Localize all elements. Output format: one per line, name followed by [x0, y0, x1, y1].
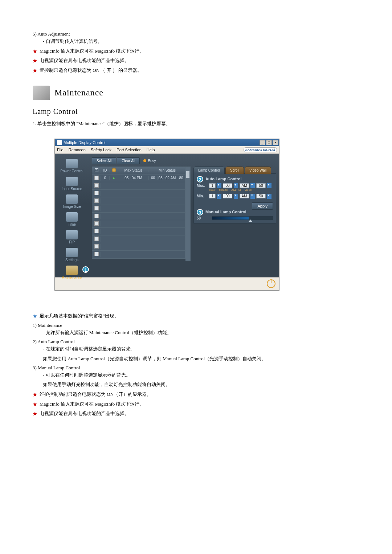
item-3-title: 3) Manual Lamp Control: [33, 365, 359, 371]
lamp-control-heading: Lamp Control: [33, 107, 359, 116]
busy-label: Busy: [148, 159, 156, 163]
close-button[interactable]: ×: [273, 140, 278, 145]
max-label: Max.: [197, 184, 208, 188]
tab-video-wall[interactable]: Video Wall: [245, 167, 271, 174]
sidebar-item-settings[interactable]: Settings: [55, 246, 89, 264]
sub-ampm: AM/PM: [231, 188, 241, 192]
item-2-desc1: - 在规定的时间自动调整选定显示器的背光。: [43, 345, 359, 353]
display-grid: ID Max Status Min Status 0: [92, 167, 185, 259]
note-text: 电视源仅能在具有电视功能的产品中选择。: [40, 57, 129, 65]
min-minute-field[interactable]: 00: [223, 194, 232, 198]
table-row[interactable]: [92, 182, 185, 190]
item-1-title: 1) Maintenance: [33, 323, 359, 328]
maintenance-section-header: Maintenance: [33, 86, 359, 100]
select-all-button[interactable]: Select All: [92, 157, 116, 164]
menu-safety-lock[interactable]: Safety Lock: [91, 148, 111, 152]
star-icon: ★: [33, 57, 37, 65]
sidebar-item-label: Maintenance: [55, 276, 89, 280]
table-row[interactable]: [92, 251, 185, 258]
dropdown-icon[interactable]: [217, 183, 221, 188]
sidebar-item-input[interactable]: Input Source: [55, 175, 89, 193]
note-text: MagicInfo 输入来源仅可在 MagicInfo 模式下运行。: [40, 401, 144, 408]
titlebar: Multiple Display Control _ □ ×: [55, 139, 279, 146]
menu-remocon[interactable]: Remocon: [69, 148, 86, 152]
min-hour-field[interactable]: 1: [209, 194, 216, 198]
dropdown-icon[interactable]: [217, 194, 221, 199]
maintenance-icon: [66, 266, 78, 275]
sidebar-item-pip[interactable]: PIP: [55, 229, 89, 246]
table-row[interactable]: [92, 197, 185, 205]
max-hour-field[interactable]: 1: [209, 183, 216, 188]
sidebar-item-label: Settings: [55, 258, 89, 262]
grid-scrollbar[interactable]: [185, 167, 191, 261]
cell-min-val: 80: [177, 176, 185, 180]
sub-minute: Minute: [219, 188, 228, 192]
manual-lamp-slider[interactable]: [212, 216, 273, 220]
menu-help[interactable]: Help: [147, 148, 155, 152]
sidebar-item-time[interactable]: Time: [55, 211, 89, 229]
table-row[interactable]: [92, 190, 185, 197]
cell-max: 05 : 04 PM: [118, 176, 149, 180]
star-icon: ★: [33, 48, 37, 56]
note-line-a: ★ MagicInfo 输入来源仅可在 MagicInfo 模式下运行。: [33, 48, 359, 56]
menu-port-selection[interactable]: Port Selection: [117, 148, 141, 152]
table-row[interactable]: [92, 220, 185, 228]
max-ampm-field[interactable]: AM: [240, 183, 249, 188]
note-line-info: ★ 显示几项基本数据的"信息窗格"出现。: [33, 312, 359, 320]
app-screenshot: Multiple Display Control _ □ × File Remo…: [54, 139, 359, 291]
sidebar-item-image[interactable]: Image Size: [55, 193, 89, 211]
table-row[interactable]: [92, 243, 185, 251]
table-row[interactable]: [92, 213, 185, 220]
max-minute-field[interactable]: 00: [223, 183, 232, 188]
callout-2-badge: 2: [197, 176, 203, 182]
cell-max-val: 60: [149, 176, 158, 180]
check-all-icon[interactable]: [95, 168, 98, 172]
apply-button[interactable]: Apply: [252, 202, 273, 210]
power-button-icon[interactable]: [267, 279, 275, 288]
menu-file[interactable]: File: [57, 148, 64, 152]
note-line-b: ★ 电视源仅能在具有电视功能的产品中选择。: [33, 57, 359, 65]
status-col-icon: [112, 168, 116, 172]
dropdown-icon[interactable]: [267, 183, 271, 188]
slider-thumb-icon[interactable]: [249, 219, 252, 222]
busy-dot-icon: [143, 159, 146, 162]
minimize-button[interactable]: _: [260, 140, 265, 145]
table-row[interactable]: [92, 205, 185, 213]
table-row[interactable]: [92, 235, 185, 243]
tab-scroll[interactable]: Scroll: [225, 167, 244, 174]
dropdown-icon[interactable]: [250, 194, 255, 199]
note-text: 置控制只适合电源状态为 ON （ 开 ） 的显示器。: [40, 67, 142, 74]
dropdown-icon[interactable]: [234, 183, 238, 188]
dropdown-icon[interactable]: [234, 194, 238, 199]
min-value-field[interactable]: 50: [256, 194, 266, 198]
tab-lamp-control[interactable]: Lamp Control: [193, 167, 225, 174]
maximize-button[interactable]: □: [266, 140, 272, 145]
maintenance-section-title: Maintenance: [54, 88, 103, 98]
sidebar-item-label: Power Control: [55, 169, 89, 173]
sidebar-item-power[interactable]: Power Control: [55, 157, 89, 175]
star-icon: ★: [33, 391, 37, 399]
cell-status: ●: [110, 176, 118, 180]
settings-icon: [66, 248, 78, 257]
cell-min: 03 : 02 AM: [158, 176, 177, 180]
table-row[interactable]: [92, 228, 185, 235]
scroll-thumb[interactable]: [186, 171, 189, 178]
item-2-desc2: 如果您使用 Auto Lamp Control（光源自动控制）调节，则 Manu…: [43, 355, 359, 363]
col-id: ID: [101, 168, 110, 172]
dropdown-icon[interactable]: [267, 194, 271, 199]
min-ampm-field[interactable]: AM: [240, 194, 249, 198]
note-text: 电视源仅能在具有电视功能的产品中选择。: [40, 410, 129, 418]
item-2-title: 2) Auto Lamp Control: [33, 339, 359, 345]
dropdown-icon[interactable]: [250, 183, 255, 188]
pip-icon: [66, 230, 78, 239]
menubar: File Remocon Safety Lock Port Selection …: [55, 146, 279, 154]
min-label: Min.: [197, 194, 208, 198]
col-min-status: Min Status: [158, 168, 177, 172]
clear-all-button[interactable]: Clear All: [117, 157, 140, 164]
note-line-e: ★ MagicInfo 输入来源仅可在 MagicInfo 模式下运行。: [33, 401, 359, 409]
table-row[interactable]: 0 ● 05 : 04 PM 60 03 : 02 AM 80: [92, 175, 185, 182]
max-value-field[interactable]: 50: [256, 183, 266, 188]
sub-hour: Hour: [209, 188, 215, 192]
note-text: MagicInfo 输入来源仅可在 MagicInfo 模式下运行。: [40, 48, 144, 55]
input-source-icon: [66, 177, 78, 186]
